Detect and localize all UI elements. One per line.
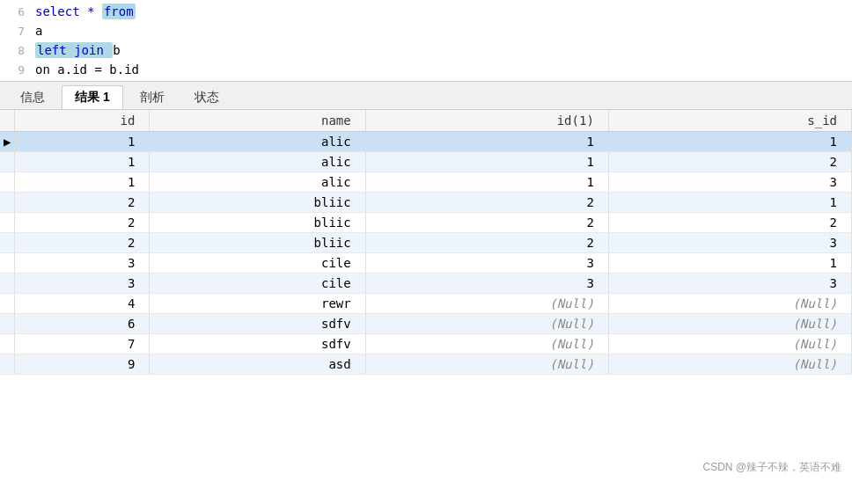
cell-name: bliic xyxy=(150,213,365,233)
table-row[interactable]: 3 cile 3 1 xyxy=(0,253,852,274)
cell-id1: 3 xyxy=(365,274,608,294)
line-number-6: 6 xyxy=(4,5,25,18)
code-line-7: 7 a xyxy=(0,21,852,40)
cell-sid: 3 xyxy=(608,172,851,193)
cell-id1: 2 xyxy=(365,193,608,213)
results-table: id name id(1) s_id ▶ 1 alic 1 1 1 alic 1… xyxy=(0,110,852,375)
cell-id1: (Null) xyxy=(365,334,608,354)
cell-id1: 3 xyxy=(365,253,608,274)
keyword-star: * xyxy=(87,4,102,18)
col-header-id1[interactable]: id(1) xyxy=(365,110,608,132)
cell-sid: (Null) xyxy=(608,354,851,375)
cell-name: cile xyxy=(150,253,365,274)
cell-id: 4 xyxy=(15,294,150,314)
cell-name: rewr xyxy=(150,294,365,314)
cell-name: bliic xyxy=(150,233,365,253)
table-header-row: id name id(1) s_id xyxy=(0,110,852,132)
tabs-bar: 信息 结果 1 剖析 状态 xyxy=(0,82,852,110)
keyword-select: select xyxy=(35,4,87,18)
cell-sid: 2 xyxy=(608,152,851,172)
table-row[interactable]: 1 alic 1 3 xyxy=(0,172,852,193)
table-row[interactable]: 4 rewr (Null) (Null) xyxy=(0,294,852,314)
cell-id1: (Null) xyxy=(365,354,608,375)
cell-name: cile xyxy=(150,274,365,294)
tab-analyze[interactable]: 剖析 xyxy=(127,85,178,109)
results-area[interactable]: id name id(1) s_id ▶ 1 alic 1 1 1 alic 1… xyxy=(0,110,852,480)
col-header-name[interactable]: name xyxy=(150,110,365,132)
cell-sid: (Null) xyxy=(608,294,851,314)
col-header-marker xyxy=(0,110,15,132)
cell-sid: 1 xyxy=(608,193,851,213)
cell-sid: 2 xyxy=(608,213,851,233)
cell-id1: (Null) xyxy=(365,294,608,314)
cell-id1: 1 xyxy=(365,172,608,193)
tab-info[interactable]: 信息 xyxy=(7,85,58,109)
cell-sid: 1 xyxy=(608,132,851,152)
row-marker xyxy=(0,274,15,294)
code-editor: 6 select * from 7 a 8 left join b 9 on a… xyxy=(0,0,852,82)
row-marker: ▶ xyxy=(0,132,15,152)
cell-name: alic xyxy=(150,132,365,152)
table-row[interactable]: 1 alic 1 2 xyxy=(0,152,852,172)
col-header-sid[interactable]: s_id xyxy=(608,110,851,132)
cell-id1: 2 xyxy=(365,213,608,233)
cell-id1: 1 xyxy=(365,152,608,172)
cell-id1: 1 xyxy=(365,132,608,152)
code-text-8: left join b xyxy=(35,43,121,57)
line-number-8: 8 xyxy=(4,44,25,57)
cell-id: 6 xyxy=(15,314,150,334)
row-marker xyxy=(0,253,15,274)
table-b: b xyxy=(113,43,120,57)
cell-sid: 3 xyxy=(608,233,851,253)
cell-id: 3 xyxy=(15,274,150,294)
cell-id: 2 xyxy=(15,233,150,253)
row-marker xyxy=(0,213,15,233)
row-marker xyxy=(0,193,15,213)
cell-id: 1 xyxy=(15,172,150,193)
row-marker xyxy=(0,152,15,172)
cell-sid: 3 xyxy=(608,274,851,294)
cell-name: alic xyxy=(150,172,365,193)
table-row[interactable]: 2 bliic 2 1 xyxy=(0,193,852,213)
cell-id: 2 xyxy=(15,193,150,213)
cell-sid: (Null) xyxy=(608,314,851,334)
table-row[interactable]: 7 sdfv (Null) (Null) xyxy=(0,334,852,354)
row-marker xyxy=(0,294,15,314)
cell-id: 1 xyxy=(15,152,150,172)
cell-sid: (Null) xyxy=(608,334,851,354)
row-marker xyxy=(0,314,15,334)
table-row[interactable]: ▶ 1 alic 1 1 xyxy=(0,132,852,152)
col-header-id[interactable]: id xyxy=(15,110,150,132)
code-line-8: 8 left join b xyxy=(0,40,852,60)
table-row[interactable]: 6 sdfv (Null) (Null) xyxy=(0,314,852,334)
code-line-6: 6 select * from xyxy=(0,2,852,21)
cell-id: 1 xyxy=(15,132,150,152)
cell-id: 7 xyxy=(15,334,150,354)
tab-status[interactable]: 状态 xyxy=(181,85,232,109)
cell-id1: 2 xyxy=(365,233,608,253)
line-number-7: 7 xyxy=(4,25,25,38)
cell-name: alic xyxy=(150,152,365,172)
tab-result1[interactable]: 结果 1 xyxy=(62,85,123,109)
cell-name: asd xyxy=(150,354,365,375)
table-row[interactable]: 9 asd (Null) (Null) xyxy=(0,354,852,375)
cell-id: 3 xyxy=(15,253,150,274)
watermark: CSDN @辣子不辣，英语不难 xyxy=(702,460,841,475)
cell-id: 9 xyxy=(15,354,150,375)
row-marker xyxy=(0,354,15,375)
cell-id1: (Null) xyxy=(365,314,608,334)
cell-name: bliic xyxy=(150,193,365,213)
table-row[interactable]: 2 bliic 2 2 xyxy=(0,213,852,233)
cell-name: sdfv xyxy=(150,314,365,334)
table-row[interactable]: 3 cile 3 3 xyxy=(0,274,852,294)
code-text-7: a xyxy=(35,24,42,38)
row-marker xyxy=(0,334,15,354)
cell-name: sdfv xyxy=(150,334,365,354)
row-marker xyxy=(0,233,15,253)
code-text-9: on a.id = b.id xyxy=(35,62,139,77)
row-marker xyxy=(0,172,15,193)
table-row[interactable]: 2 bliic 2 3 xyxy=(0,233,852,253)
code-text-6: select * from xyxy=(35,4,136,18)
line-number-9: 9 xyxy=(4,63,25,77)
cell-id: 2 xyxy=(15,213,150,233)
